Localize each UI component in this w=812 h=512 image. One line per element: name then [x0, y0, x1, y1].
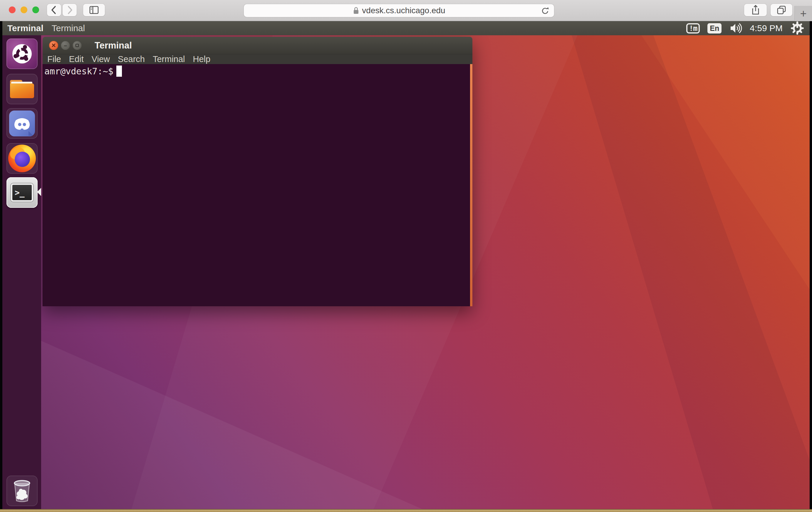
window-close-button[interactable]: ✕: [49, 41, 58, 50]
terminal-scrollbar[interactable]: [470, 64, 472, 306]
menu-file[interactable]: File: [47, 54, 61, 64]
ubuntu-desktop: Terminal Terminal !m En 4:59 PM: [2, 21, 810, 509]
launcher-item-discord[interactable]: [6, 108, 38, 139]
panel-clock[interactable]: 4:59 PM: [750, 23, 783, 33]
launcher-item-files[interactable]: [6, 74, 38, 104]
launcher-item-ubuntu-dash[interactable]: [6, 38, 38, 69]
share-button[interactable]: [744, 4, 767, 16]
macos-close-button[interactable]: [9, 6, 16, 13]
panel-window-title: Terminal: [52, 23, 85, 33]
session-gear-icon[interactable]: [790, 21, 804, 35]
terminal-prompt-icon: >_: [11, 183, 33, 202]
lock-icon: [352, 6, 359, 15]
menu-view[interactable]: View: [92, 54, 110, 64]
reload-button[interactable]: [541, 6, 550, 16]
window-maximize-button[interactable]: [72, 41, 82, 50]
sidebar-toggle-button[interactable]: [83, 4, 105, 16]
menu-help[interactable]: Help: [193, 54, 211, 64]
terminal-window: ✕ – Terminal File Edit View Search Termi…: [42, 37, 472, 306]
menu-search[interactable]: Search: [118, 54, 145, 64]
viewport-bottom-edge: [0, 509, 812, 512]
terminal-titlebar[interactable]: ✕ – Terminal: [42, 37, 472, 54]
back-icon: [48, 4, 60, 16]
maximize-icon: [76, 44, 79, 47]
terminal-cursor: [116, 65, 122, 77]
share-icon: [749, 3, 762, 17]
launcher-item-firefox[interactable]: [6, 143, 38, 174]
ubuntu-circle-of-friends-icon: [10, 42, 33, 65]
trash-bin-icon: [10, 479, 33, 503]
volume-icon[interactable]: [729, 22, 742, 34]
forward-icon: [63, 4, 76, 16]
url-text: vdesk.cs.uchicago.edu: [362, 6, 445, 15]
launcher-item-terminal[interactable]: >_: [6, 177, 38, 208]
plus-icon: +: [800, 7, 806, 20]
macos-minimize-button[interactable]: [21, 6, 27, 13]
terminal-menubar: File Edit View Search Terminal Help: [42, 54, 472, 64]
focused-indicator-arrow: [37, 188, 41, 196]
menu-edit[interactable]: Edit: [69, 54, 84, 64]
menu-terminal[interactable]: Terminal: [153, 54, 185, 64]
orange-folder-icon: [10, 80, 34, 98]
address-bar[interactable]: vdesk.cs.uchicago.edu: [244, 4, 554, 17]
forward-button[interactable]: [63, 4, 77, 16]
launcher-item-trash[interactable]: [6, 476, 38, 506]
unity-launcher: >_: [2, 35, 41, 509]
macos-zoom-button[interactable]: [32, 6, 39, 13]
discord-icon: [9, 111, 35, 136]
tabs-icon: [775, 3, 788, 17]
sidebar-icon: [87, 4, 101, 16]
back-button[interactable]: [47, 4, 61, 16]
ubuntu-top-panel: Terminal Terminal !m En 4:59 PM: [2, 21, 810, 35]
firefox-icon: [8, 145, 36, 172]
browser-toolbar: vdesk.cs.uchicago.edu +: [0, 0, 812, 21]
panel-indicators: !m En 4:59 PM: [686, 21, 810, 35]
shell-prompt: amr@vdesk7:~$: [45, 66, 113, 77]
window-minimize-button[interactable]: –: [61, 41, 70, 50]
tab-overview-button[interactable]: [771, 4, 792, 16]
remote-desktop-viewport: Terminal Terminal !m En 4:59 PM: [0, 21, 812, 512]
panel-app-name[interactable]: Terminal: [7, 23, 44, 33]
keyboard-indicator-icon[interactable]: !m: [686, 23, 700, 33]
terminal-window-title: Terminal: [95, 40, 132, 51]
terminal-content[interactable]: amr@vdesk7:~$: [42, 64, 472, 306]
language-indicator[interactable]: En: [707, 23, 722, 33]
new-tab-button[interactable]: +: [794, 6, 812, 21]
